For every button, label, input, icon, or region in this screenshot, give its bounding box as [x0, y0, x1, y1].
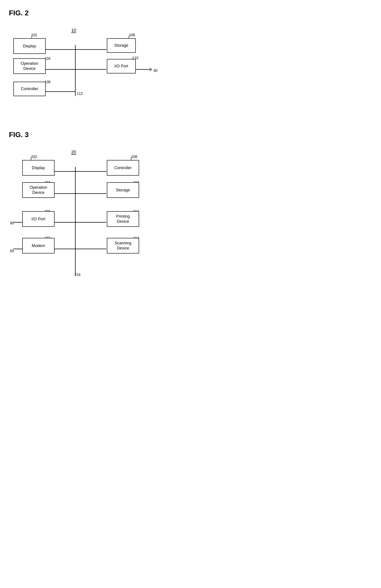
fig2-diagram: 10 102 Display 104 Operation Device 106 … — [9, 21, 182, 117]
fig3-storage-box: Storage — [107, 182, 139, 198]
fig2-system-label: 10 — [71, 28, 76, 33]
page: FIG. 2 — [0, 0, 190, 321]
fig3-controller-box: Controller — [107, 160, 139, 176]
fig3-system-label: 20 — [71, 149, 76, 155]
fig2-io-port-box: I/O Port — [107, 59, 136, 73]
fig3-scanning-device-box: Scanning Device — [107, 238, 139, 253]
fig3-display-box: Display — [22, 160, 55, 176]
fig2-display-box: Display — [13, 38, 46, 54]
fig3-label-60: 60 — [10, 249, 14, 253]
fig2-op-device-box: Operation Device — [13, 58, 46, 74]
fig2-controller-box: Controller — [13, 82, 46, 96]
fig2-storage-box: Storage — [107, 38, 136, 53]
fig3-modem-box: Modem — [22, 238, 55, 253]
fig3-title: FIG. 3 — [9, 131, 182, 139]
fig3-diagram: 20 202 Display 204 Operation Device 206 … — [9, 143, 182, 304]
fig2-label-112: 112 — [77, 92, 83, 96]
fig3-label-216: 216 — [75, 273, 81, 277]
fig3-label-80: 80 — [10, 221, 14, 225]
fig2-title: FIG. 2 — [9, 9, 182, 17]
fig3-io-port-box: I/O Port — [22, 211, 55, 227]
fig2-label-80: 80 — [153, 69, 158, 73]
fig3-op-device-box: Operation Device — [22, 182, 55, 198]
fig3-printing-device-box: Printing Device — [107, 211, 139, 227]
